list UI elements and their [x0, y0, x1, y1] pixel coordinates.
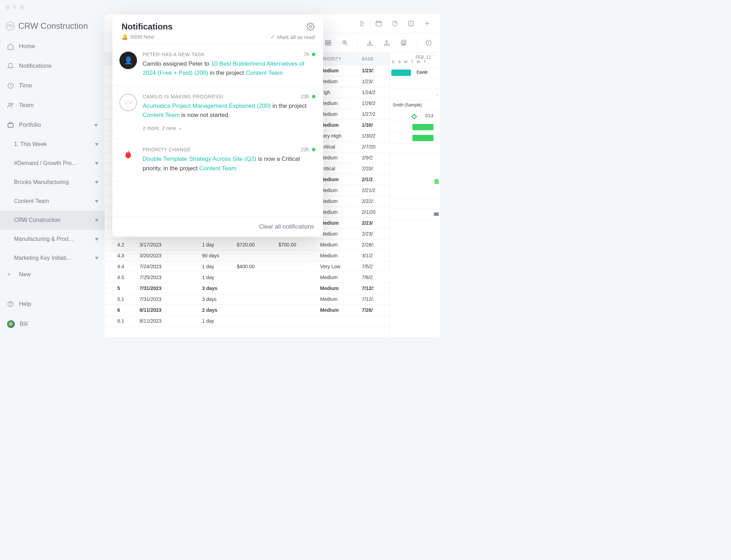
col-baseline[interactable]: BASE [362, 57, 390, 61]
nav-new[interactable]: + New [0, 268, 105, 284]
grid-row[interactable]: 4.23/17/20231 day$720.00$700.00Medium2/2… [105, 239, 390, 250]
grid-row[interactable]: 6.18/11/20231 day [105, 316, 390, 327]
notifications-title: Notifications [122, 22, 172, 32]
col-priority[interactable]: PRIORITY [320, 57, 362, 61]
grid-row[interactable]: 4.47/24/20231 day$400.00Very Low7/5/2 [105, 261, 390, 272]
gear-icon[interactable] [306, 22, 315, 31]
sidebar-project-5[interactable]: CRW Construction♥ [0, 211, 105, 230]
notif-body: Acumatica Project Management Explained (… [143, 101, 315, 120]
grid-row[interactable]: 4.33/20/202390 daysMedium3/1/2 [105, 250, 390, 261]
nav-label: Bill [20, 321, 28, 328]
tab-doc-icon[interactable] [387, 16, 402, 31]
progress-icon [119, 94, 137, 111]
nav-home[interactable]: Home [0, 37, 105, 56]
grid-row[interactable]: 68/11/20232 daysMedium7/26/ [105, 305, 390, 316]
svg-rect-3 [8, 124, 13, 127]
heart-icon[interactable]: ♥ [95, 160, 99, 166]
notifications-panel: Notifications 🔔5008 New ✓ Mark all as re… [112, 15, 323, 237]
unread-dot-icon [312, 148, 315, 151]
notifications-list: 👤PETER HAS A NEW TASK7hCamilo assigned P… [112, 44, 323, 217]
heart-icon[interactable]: ♥ [95, 255, 99, 261]
notification-card[interactable]: CAMILO IS MAKING PROGRESS!23hAcumatica P… [112, 86, 323, 139]
nav-time[interactable]: Time [0, 76, 105, 95]
gantt-chart[interactable]: FEB, 12 ' SSMTWT Contr › Smith (Sample) … [390, 53, 440, 337]
svg-point-5 [11, 305, 11, 306]
sidebar-project-7[interactable]: Marketing Key Initiati...♥ [0, 249, 105, 268]
sidebar-project-1[interactable]: 1. This Week♥ [0, 135, 105, 154]
gantt-bar-label: Contr [417, 70, 428, 75]
nav-label: Help [19, 301, 31, 308]
info-icon[interactable] [421, 35, 436, 50]
print-icon[interactable] [396, 35, 411, 50]
gantt-day-header: SSMTWT [390, 60, 440, 67]
window-min-icon[interactable] [13, 5, 17, 9]
notif-time: 23h [301, 147, 315, 152]
svg-point-8 [411, 25, 411, 25]
heart-icon[interactable]: ♥ [95, 236, 99, 242]
nav-team[interactable]: Team [0, 95, 105, 115]
sidebar-project-4[interactable]: Content Team♥ [0, 192, 105, 211]
clear-all-button[interactable]: Clear all notifications [112, 217, 323, 237]
tab-calendar-icon[interactable] [371, 16, 386, 31]
grid-row[interactable]: 5.17/31/20233 daysMedium7/12/: [105, 294, 390, 305]
notification-card[interactable]: 👤PETER HAS A NEW TASK7hCamilo assigned P… [112, 44, 323, 86]
heart-icon[interactable]: ♥ [95, 141, 99, 147]
tab-add-icon[interactable]: + [420, 16, 435, 31]
unread-dot-icon [312, 95, 315, 98]
svg-point-1 [8, 103, 11, 105]
gantt-milestone-label: 2/13 [425, 113, 433, 118]
notif-heading: PETER HAS A NEW TASK [143, 52, 205, 57]
notif-more-button[interactable]: 2 more, 2 new ⌄ [143, 125, 315, 131]
heart-icon[interactable]: ♥ [95, 179, 99, 185]
bell-icon [7, 62, 14, 70]
zoom-icon[interactable] [338, 35, 352, 50]
nav-label: Home [19, 43, 35, 50]
help-icon [7, 301, 14, 308]
nav-user[interactable]: 😊 Bill [0, 314, 105, 334]
sidebar-project-3[interactable]: Brooks Manufacturing♥ [0, 173, 105, 192]
window-max-icon[interactable] [20, 5, 24, 9]
nav-label: Team [19, 102, 34, 109]
svg-rect-12 [367, 44, 372, 45]
nav-portfolio[interactable]: Portfolio ▾ [0, 115, 105, 135]
nav-help[interactable]: Help [0, 294, 105, 314]
user-avatar-icon: 😊 [7, 320, 15, 328]
notifications-count: 🔔5008 New [122, 34, 154, 40]
sidebar: PM CRW Construction Home Notifications T… [0, 14, 105, 337]
nav-notifications[interactable]: Notifications [0, 56, 105, 76]
sidebar-project-2[interactable]: #Demand / Growth Pro...♥ [0, 154, 105, 173]
import-icon[interactable] [363, 35, 377, 50]
tab-alert-icon[interactable] [404, 16, 418, 31]
sidebar-project-label: Content Team [14, 198, 49, 204]
users-icon [7, 102, 14, 109]
svg-rect-13 [384, 44, 389, 45]
svg-point-2 [11, 103, 13, 105]
window-close-icon[interactable] [6, 5, 10, 9]
sidebar-project-label: Brooks Manufacturing [14, 179, 69, 185]
heart-icon[interactable]: ♥ [95, 217, 99, 223]
plus-icon: + [7, 271, 14, 278]
svg-rect-6 [376, 21, 381, 26]
clock-icon [7, 82, 14, 89]
svg-rect-10 [326, 40, 331, 45]
notif-body: Double Template Strategy Across Site (Q2… [143, 154, 315, 173]
heart-icon[interactable]: ♥ [95, 198, 99, 204]
grid-row[interactable]: 4.57/25/20231 dayMedium7/6/2 [105, 272, 390, 283]
unread-dot-icon [312, 53, 315, 56]
sidebar-project-6[interactable]: Manufacturing & Prod...♥ [0, 230, 105, 249]
chevron-down-icon: ▾ [94, 121, 98, 129]
export-icon[interactable] [379, 35, 394, 50]
notif-time: 23h [301, 94, 315, 99]
svg-point-22 [130, 101, 132, 104]
sidebar-project-label: Manufacturing & Prod... [14, 236, 73, 242]
grid-row[interactable]: 57/31/20233 daysMedium7/12/: [105, 283, 390, 294]
nav-label: Time [19, 82, 32, 89]
svg-point-18 [429, 41, 429, 42]
project-title: CRW Construction [18, 21, 88, 31]
notification-card[interactable]: PRIORITY CHANGE23hDouble Template Strate… [112, 139, 323, 181]
app-logo-icon: PM [6, 21, 15, 31]
tab-gantt-icon[interactable] [355, 16, 370, 31]
user-avatar-icon: 👤 [119, 52, 137, 69]
mark-all-read-button[interactable]: ✓ Mark all as read [270, 34, 315, 40]
gantt-bar-label: Smith (Sample) [393, 103, 422, 107]
